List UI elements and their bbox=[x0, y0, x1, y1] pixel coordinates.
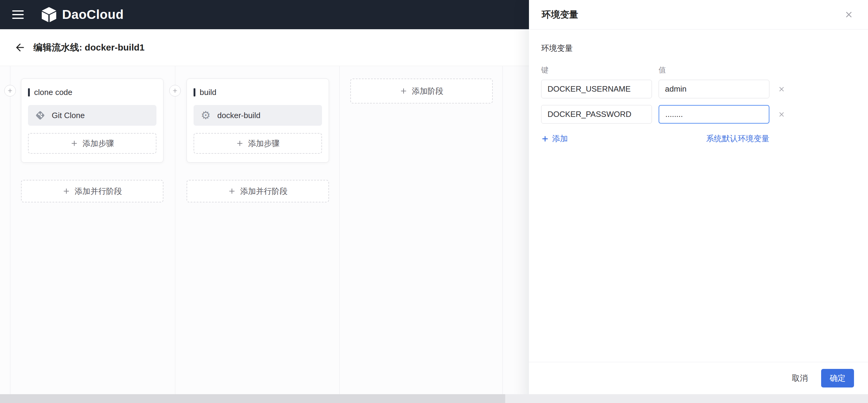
add-parallel-label: 添加并行阶段 bbox=[74, 186, 122, 197]
plus-icon bbox=[228, 187, 236, 195]
gear-icon: ⚙ bbox=[200, 109, 212, 121]
column-divider bbox=[175, 66, 175, 403]
stage-accent-bar bbox=[193, 88, 195, 96]
brand-name: DaoCloud bbox=[62, 7, 124, 22]
step-git-clone[interactable]: Git Clone bbox=[28, 105, 156, 126]
remove-row-icon[interactable] bbox=[777, 84, 786, 94]
brand-logo[interactable]: DaoCloud bbox=[41, 6, 124, 23]
env-var-drawer: 环境变量 环境变量 键 值 添加 bbox=[529, 0, 868, 403]
add-parallel-stage-button[interactable]: 添加并行阶段 bbox=[187, 180, 329, 203]
plus-icon bbox=[70, 140, 78, 147]
scrollbar-thumb[interactable] bbox=[0, 394, 505, 403]
add-stage-button[interactable]: 添加阶段 bbox=[350, 79, 493, 103]
column-divider bbox=[502, 66, 503, 403]
page-title: 编辑流水线: docker-build1 bbox=[33, 41, 145, 54]
stage-header: build bbox=[193, 87, 322, 98]
stage-name: build bbox=[200, 88, 216, 97]
step-label: docker-build bbox=[217, 111, 260, 120]
cancel-button[interactable]: 取消 bbox=[792, 373, 808, 383]
stage-accent-bar bbox=[28, 88, 30, 96]
value-column-label: 值 bbox=[659, 65, 666, 75]
env-links-row: 添加 系统默认环境变量 bbox=[541, 133, 769, 144]
env-var-row bbox=[541, 105, 856, 124]
env-section-label: 环境变量 bbox=[541, 43, 856, 54]
add-env-var-link[interactable]: 添加 bbox=[541, 133, 568, 144]
stage-card-build: build ⚙ docker-build 添加步骤 bbox=[187, 79, 329, 162]
drawer-title: 环境变量 bbox=[542, 8, 842, 21]
add-step-button[interactable]: 添加步骤 bbox=[28, 133, 156, 154]
insert-stage-button[interactable] bbox=[4, 85, 16, 96]
env-key-input[interactable] bbox=[541, 80, 652, 98]
column-divider bbox=[339, 66, 340, 403]
stage-header: clone code bbox=[28, 87, 156, 98]
confirm-button[interactable]: 确定 bbox=[821, 369, 854, 388]
horizontal-scrollbar[interactable] bbox=[0, 394, 868, 403]
add-env-var-label: 添加 bbox=[552, 133, 568, 144]
menu-icon[interactable] bbox=[12, 10, 24, 19]
plus-icon bbox=[62, 187, 70, 195]
drawer-body: 环境变量 键 值 添加 系统默认环境变量 bbox=[529, 30, 868, 144]
git-icon bbox=[34, 109, 46, 121]
add-step-label: 添加步骤 bbox=[248, 138, 280, 149]
drawer-footer: 取消 确定 bbox=[529, 362, 868, 394]
env-value-input[interactable] bbox=[659, 80, 769, 98]
plus-icon bbox=[236, 140, 244, 147]
env-key-input[interactable] bbox=[541, 105, 652, 124]
close-icon[interactable] bbox=[842, 8, 855, 21]
add-parallel-stage-button[interactable]: 添加并行阶段 bbox=[21, 180, 163, 203]
column-divider bbox=[10, 66, 10, 403]
add-step-label: 添加步骤 bbox=[83, 138, 114, 149]
env-var-row bbox=[541, 80, 856, 98]
step-docker-build[interactable]: ⚙ docker-build bbox=[193, 105, 322, 126]
drawer-header: 环境变量 bbox=[529, 0, 868, 30]
add-stage-label: 添加阶段 bbox=[412, 86, 443, 96]
remove-row-icon[interactable] bbox=[777, 110, 786, 119]
step-label: Git Clone bbox=[52, 111, 85, 120]
daocloud-logo-icon bbox=[41, 6, 57, 23]
plus-icon bbox=[541, 135, 549, 143]
insert-stage-button[interactable] bbox=[169, 85, 181, 96]
back-icon[interactable] bbox=[13, 40, 27, 55]
kv-column-labels: 键 值 bbox=[541, 65, 856, 75]
stage-card-clone-code: clone code Git Clone 添加步骤 bbox=[21, 79, 163, 162]
system-default-env-link[interactable]: 系统默认环境变量 bbox=[706, 133, 769, 144]
add-step-button[interactable]: 添加步骤 bbox=[193, 133, 322, 154]
add-parallel-label: 添加并行阶段 bbox=[240, 186, 288, 197]
env-value-input[interactable] bbox=[659, 105, 769, 124]
key-column-label: 键 bbox=[541, 65, 659, 75]
plus-icon bbox=[400, 87, 407, 95]
stage-name: clone code bbox=[34, 88, 72, 97]
